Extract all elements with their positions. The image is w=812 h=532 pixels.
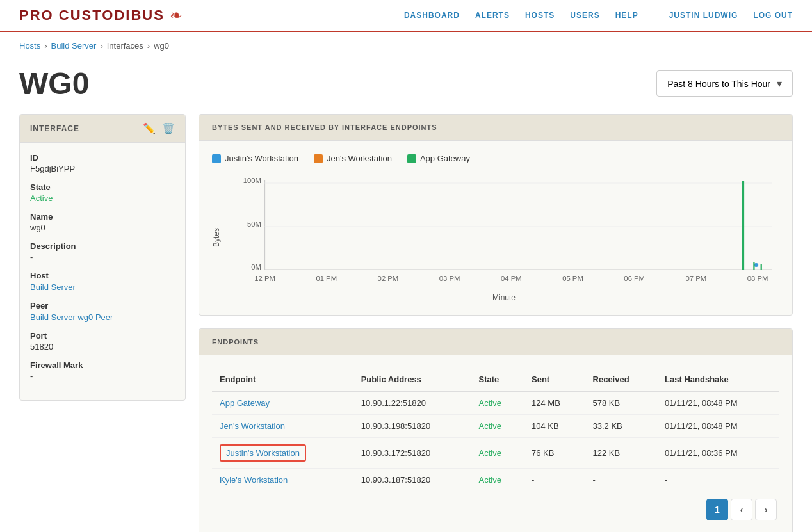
field-label: State: [30, 182, 175, 192]
page-1-button[interactable]: 1: [706, 499, 728, 520]
chevron-down-icon: ▾: [777, 77, 782, 90]
breadcrumb-wg0: wg0: [154, 41, 169, 51]
field-value: wg0: [30, 223, 175, 232]
legend-dot-justin: [212, 154, 221, 163]
sent-cell: 76 KB: [524, 438, 585, 469]
interface-field: Firewall Mark-: [30, 360, 175, 381]
field-value: Active: [30, 193, 175, 203]
interface-card-label: INTERFACE: [30, 124, 79, 133]
sent-cell: -: [524, 469, 585, 492]
y-axis-label: Bytes: [212, 228, 221, 247]
public-address-cell: 10.90.1.22:51820: [353, 391, 471, 415]
public-address-cell: 10.90.3.187:51820: [353, 469, 471, 492]
interface-field: StateActive: [30, 182, 175, 203]
nav-alerts[interactable]: ALERTS: [475, 11, 510, 20]
breadcrumb-hosts[interactable]: Hosts: [19, 41, 40, 51]
nav-help[interactable]: HELP: [615, 11, 638, 20]
endpoint-link[interactable]: Kyle's Workstation: [220, 475, 288, 485]
col-endpoint: Endpoint: [212, 368, 353, 391]
chart-area: Bytes 100M 50M 0M: [212, 173, 779, 302]
endpoint-cell: Jen's Workstation: [212, 415, 353, 438]
next-page-button[interactable]: ›: [755, 499, 777, 520]
handshake-cell: 01/11/21, 08:48 PM: [657, 391, 779, 415]
svg-text:50M: 50M: [247, 221, 261, 228]
col-sent: Sent: [524, 368, 585, 391]
col-received: Received: [585, 368, 658, 391]
svg-text:100M: 100M: [243, 177, 261, 184]
endpoint-link[interactable]: Jen's Workstation: [220, 421, 285, 431]
time-selector-label: Past 8 Hours to This Hour: [667, 79, 770, 89]
field-label: Host: [30, 271, 175, 280]
chart-section: BYTES SENT AND RECEIVED BY INTERFACE END…: [199, 114, 793, 316]
page-header: WG0 Past 8 Hours to This Hour ▾: [0, 60, 812, 114]
svg-text:01 PM: 01 PM: [316, 275, 337, 282]
interface-field: Description-: [30, 241, 175, 262]
nav-users[interactable]: USERS: [570, 11, 599, 20]
legend-jen: Jen's Workstation: [314, 154, 392, 163]
field-label: Port: [30, 331, 175, 341]
state-cell: Active: [471, 415, 524, 438]
field-label: Firewall Mark: [30, 360, 175, 370]
chart-wrapper: 100M 50M 0M 12 PM 01 PM 02 PM 03 PM 04 P…: [229, 173, 779, 302]
breadcrumb: Hosts › Build Server › Interfaces › wg0: [0, 32, 812, 60]
icon-actions: ✏️ 🗑️: [143, 122, 175, 134]
breadcrumb-build-server[interactable]: Build Server: [51, 41, 97, 51]
chart-section-body: Justin's Workstation Jen's Workstation A…: [199, 141, 792, 315]
svg-text:03 PM: 03 PM: [439, 275, 460, 282]
received-cell: 578 KB: [585, 391, 658, 415]
field-value: F5gdjBiYPP: [30, 164, 175, 173]
breadcrumb-sep-2: ›: [100, 41, 102, 51]
field-value[interactable]: Build Server: [30, 282, 76, 292]
svg-text:0M: 0M: [251, 264, 261, 271]
field-value: 51820: [30, 342, 175, 351]
endpoints-table-body: App Gateway10.90.1.22:51820Active124 MB5…: [212, 391, 779, 491]
state-cell: Active: [471, 469, 524, 492]
endpoints-header-row: Endpoint Public Address State Sent Recei…: [212, 368, 779, 391]
field-value[interactable]: Build Server wg0 Peer: [30, 312, 113, 322]
table-row: Kyle's Workstation10.90.3.187:51820Activ…: [212, 469, 779, 492]
nav-hosts[interactable]: HOSTS: [525, 11, 555, 20]
time-selector-button[interactable]: Past 8 Hours to This Hour ▾: [656, 70, 793, 97]
endpoints-table-head: Endpoint Public Address State Sent Recei…: [212, 368, 779, 391]
nav-dashboard[interactable]: DASHBOARD: [404, 11, 460, 20]
field-label: Name: [30, 212, 175, 222]
endpoint-cell: Kyle's Workstation: [212, 469, 353, 492]
nav-user: JUSTIN LUDWIG: [669, 11, 738, 20]
handshake-cell: 01/11/21, 08:36 PM: [657, 438, 779, 469]
logo: PRO CUSTODIBUS ❧: [19, 6, 183, 24]
interface-field: HostBuild Server: [30, 271, 175, 292]
endpoints-section-body: Endpoint Public Address State Sent Recei…: [199, 355, 792, 532]
table-row: Jen's Workstation10.90.3.198:51820Active…: [212, 415, 779, 438]
endpoints-section: ENDPOINTS Endpoint Public Address State …: [199, 328, 793, 532]
header: PRO CUSTODIBUS ❧ DASHBOARD ALERTS HOSTS …: [0, 0, 812, 32]
interface-field: Port51820: [30, 331, 175, 351]
page-title: WG0: [19, 66, 89, 101]
interface-field: IDF5gdjBiYPP: [30, 153, 175, 173]
main-content: INTERFACE ✏️ 🗑️ IDF5gdjBiYPPStateActiveN…: [0, 114, 812, 532]
nav-logout[interactable]: LOG OUT: [753, 11, 793, 20]
legend-label-justin: Justin's Workstation: [225, 154, 298, 163]
col-public-address: Public Address: [353, 368, 471, 391]
svg-text:12 PM: 12 PM: [254, 275, 275, 282]
edit-icon[interactable]: ✏️: [143, 122, 156, 134]
endpoint-cell: App Gateway: [212, 391, 353, 415]
delete-icon[interactable]: 🗑️: [162, 122, 175, 134]
main-nav: DASHBOARD ALERTS HOSTS USERS HELP JUSTIN…: [404, 11, 793, 20]
legend-app-gateway: App Gateway: [407, 154, 470, 163]
field-label: ID: [30, 153, 175, 163]
received-cell: 33.2 KB: [585, 415, 658, 438]
svg-text:06 PM: 06 PM: [624, 275, 645, 282]
sent-cell: 124 MB: [524, 391, 585, 415]
legend-label-app-gateway: App Gateway: [420, 154, 470, 163]
endpoint-link[interactable]: Justin's Workstation: [220, 444, 306, 462]
breadcrumb-sep-1: ›: [44, 41, 47, 51]
state-cell: Active: [471, 391, 524, 415]
public-address-cell: 10.90.3.172:51820: [353, 438, 471, 469]
pagination: 1 ‹ ›: [212, 491, 779, 523]
breadcrumb-sep-3: ›: [147, 41, 150, 51]
svg-text:08 PM: 08 PM: [747, 275, 768, 282]
chart-svg: 100M 50M 0M 12 PM 01 PM 02 PM 03 PM 04 P…: [229, 173, 779, 289]
prev-page-button[interactable]: ‹: [731, 499, 752, 520]
svg-text:02 PM: 02 PM: [378, 275, 399, 282]
endpoint-link[interactable]: App Gateway: [220, 398, 270, 408]
